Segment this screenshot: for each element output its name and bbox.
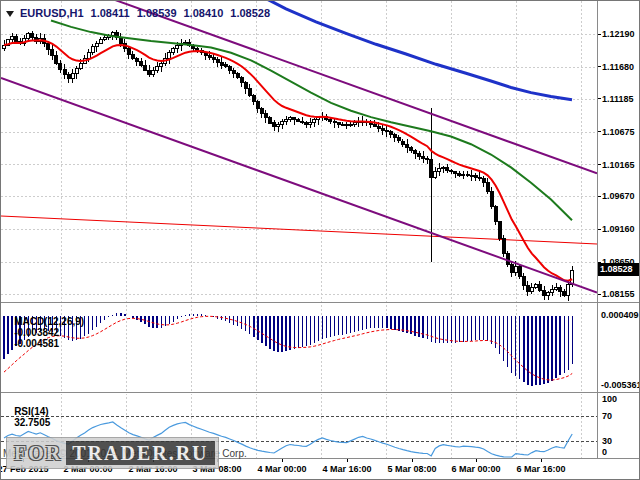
candle-body [156,67,159,70]
candle-body [466,175,469,176]
candle-body [514,267,517,273]
time-tick-label: 5 Mar 08:00 [387,464,436,474]
macd-value-main: -0.003842 [14,327,59,338]
candle-body [438,169,441,172]
candle-body [510,264,513,272]
candle-body [353,123,356,124]
candle-body [281,122,284,125]
symbol-period-label: EURUSD,H1 [20,7,84,19]
watermark-trader-ru: TRADER.RU [66,441,214,465]
candle-body [252,95,255,101]
candle-body [95,43,98,47]
candle-body [285,119,288,122]
price-tick-label: 1.11185 [602,94,634,104]
ohlc-open: 1.08411 [91,7,130,19]
time-tick-label: 6 Mar 16:00 [516,464,565,474]
candle-body [470,175,473,176]
macd-name: MACD(12,26,9) [14,316,84,327]
candle-body [454,172,457,174]
candle-body [152,70,155,74]
chart-canvas[interactable]: 1.121901.116801.111851.106751.101651.096… [1,1,640,480]
candle-body [244,82,247,88]
candle-body [450,170,453,172]
candle-body [478,177,481,178]
candle-body [27,33,30,38]
candle-body [414,151,417,154]
candle-body [75,68,78,73]
ohlc-low: 1.08410 [184,7,224,19]
candle-body [410,147,413,150]
candle-body [506,254,509,264]
candle-body [236,73,239,78]
candle-body [127,48,130,54]
candle-body [389,132,392,135]
candle-body [103,37,106,39]
candle-body [547,292,550,295]
candle-body [228,67,231,70]
candle-body [418,154,421,157]
current-price-tag: 1.08528 [598,263,639,276]
fortrader-watermark: FOR TRADER.RU [6,437,219,469]
candle-body [47,44,50,50]
candle-body [422,156,425,158]
candle-body [31,33,34,37]
candle-body [132,54,135,59]
candle-body [232,70,235,73]
chart-title: EURUSD,H1 1.08411 1.08539 1.08410 1.0852… [6,7,277,19]
macd-value-signal: -0.004581 [14,338,59,349]
candle-body [240,78,243,83]
candle-body [494,206,497,222]
candle-body [397,138,400,141]
price-tick-label: 1.09670 [602,191,635,201]
candle-body [148,70,151,74]
candle-body [333,121,336,123]
candle-body [458,174,461,175]
candle-body [535,284,538,287]
price-tick-label: 1.11680 [602,62,634,72]
candle-body [543,291,546,296]
candle-body [406,144,409,147]
candle-body [426,158,429,159]
rsi-label: RSI(14) 32.7505 [3,395,55,439]
macd-axis-min: -0.005361 [601,380,640,390]
candle-body [168,53,171,59]
chart-window: 1.121901.116801.111851.106751.101651.096… [0,0,640,480]
candle-body [522,276,525,285]
macd-label: MACD(12,26,9) -0.003842 -0.004581 [3,305,89,360]
candle-body [349,124,352,125]
candle-body [220,62,223,65]
candle-body [555,287,558,289]
candle-body [63,69,66,74]
candle-body [260,108,263,113]
candle-body [297,120,300,121]
price-tick-label: 1.10675 [602,127,635,137]
candle-body [430,160,433,178]
candle-body [256,102,259,108]
candle-body [518,267,521,277]
candle-body [160,64,163,67]
candle-body [530,287,533,291]
candle-body [51,50,54,56]
candle-body [551,289,554,292]
symbol-dropdown-icon [6,11,14,17]
candle-body [329,119,332,121]
candle-body [462,175,465,176]
macd-axis-max: 0.000409 [601,310,639,320]
candle-body [490,192,493,206]
candle-body [317,118,320,120]
candle-body [119,38,122,43]
candle-body [341,124,344,125]
candle-body [289,118,292,119]
candle-body [381,128,384,130]
watermark-for: FOR [10,441,66,465]
candle-body [99,39,102,43]
candle-body [442,167,445,168]
candle-body [559,287,562,292]
candle-body [301,121,304,123]
candle-body [172,49,175,53]
candle-body [446,167,449,170]
candle-body [293,118,296,120]
candle-body [402,141,405,144]
candle-body [486,182,489,192]
candle-body [111,33,114,36]
